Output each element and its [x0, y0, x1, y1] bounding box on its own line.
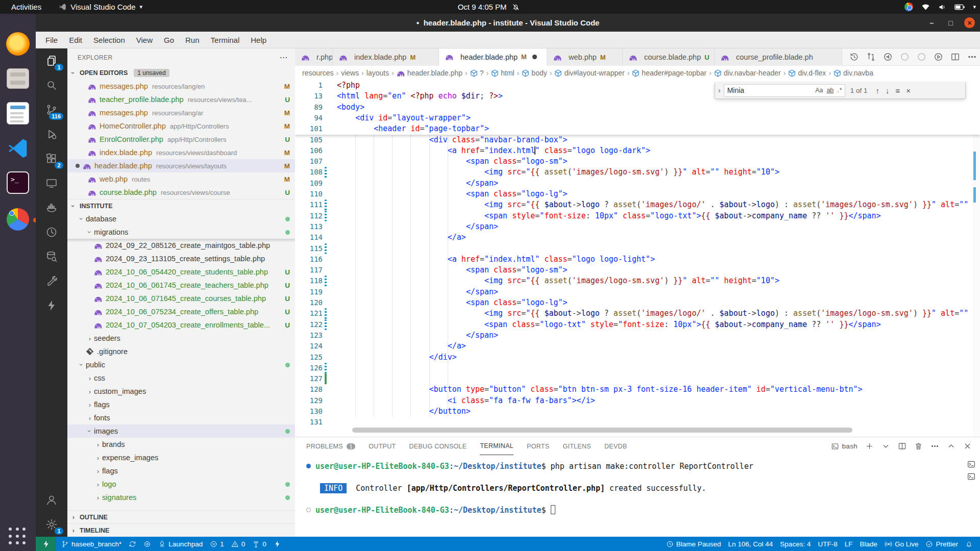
status-sync[interactable]	[129, 540, 136, 548]
status-ln-106--col-44[interactable]: Ln 106, Col 44	[728, 540, 773, 548]
find-close-button[interactable]: ×	[903, 86, 914, 95]
horizontal-scrollbar[interactable]	[352, 428, 852, 433]
activity-account[interactable]	[36, 488, 67, 512]
open-editor-item[interactable]: web.phproutesM	[67, 172, 295, 186]
status-blame-paused[interactable]: Blame Paused	[666, 540, 721, 548]
action-run[interactable]	[934, 52, 943, 62]
os-clock[interactable]: Oct 9 4:05 PM	[458, 3, 520, 11]
panel-tab-output[interactable]: OUTPUT	[369, 437, 396, 455]
status-utf-8[interactable]: UTF-8	[818, 540, 837, 548]
breadcrumb-item[interactable]: div.navba	[834, 69, 873, 77]
action-more[interactable]	[967, 52, 977, 62]
tree-item-public[interactable]: ›public	[67, 358, 295, 371]
panel-tab-terminal[interactable]: TERMINAL	[480, 437, 513, 455]
activity-files[interactable]: 1	[36, 48, 67, 73]
breadcrumb-item[interactable]: header#page-topbar	[632, 69, 706, 77]
status-0[interactable]: 0	[231, 540, 246, 548]
tray-chrome-icon[interactable]	[904, 3, 913, 11]
status-prettier[interactable]: Prettier	[925, 540, 958, 548]
activities-button[interactable]: Activities	[7, 2, 45, 12]
status-blade[interactable]: Blade	[860, 540, 877, 548]
breadcrumb-item[interactable]: layouts	[366, 69, 389, 77]
tree-item-css[interactable]: ›css	[67, 371, 295, 385]
dock-chrome[interactable]	[5, 206, 31, 233]
terminal[interactable]: user@user-HP-EliteBook-840-G3:~/Desktop/…	[306, 460, 960, 535]
tree-item-2024-10-07-054203-create-enrollments-table---[interactable]: 2024_10_07_054203_create_enrollments_tab…	[67, 318, 295, 332]
show-apps-button[interactable]	[9, 528, 27, 546]
menu-go[interactable]: Go	[159, 34, 179, 46]
tree-item-2024-09-23-113105-create-settings-table-php[interactable]: 2024_09_23_113105_create_settings_table.…	[67, 252, 295, 265]
panel-tab-ports[interactable]: PORTS	[527, 437, 549, 455]
open-editor-item[interactable]: course.blade.phpresources/views/courseU	[67, 186, 295, 199]
find-prev-button[interactable]: ↑	[872, 86, 883, 95]
activity-gear[interactable]: 1	[36, 512, 67, 537]
breadcrumb-item[interactable]: div#layout-wrapper	[554, 69, 624, 77]
panel-action-more[interactable]	[930, 442, 939, 450]
tree-item-logo[interactable]: ›logo	[67, 478, 295, 491]
action-split[interactable]	[950, 52, 960, 62]
app-menu[interactable]: Visual Studio Code ▾	[59, 3, 142, 11]
panel-action-chevron-up[interactable]	[947, 442, 955, 450]
tree-item-expense-images[interactable]: ›expense_images	[67, 451, 295, 464]
open-editor-item[interactable]: messages.phpresources/lang/arM	[67, 106, 295, 119]
terminal-tabs-list[interactable]	[967, 460, 976, 481]
tree-item-flags[interactable]: ›flags	[67, 464, 295, 478]
tab-index-blade-php[interactable]: index.blade.phpM	[333, 48, 439, 66]
dock-terminal[interactable]: >_	[5, 169, 31, 196]
menu-selection[interactable]: Selection	[89, 34, 130, 46]
tree-item-fonts[interactable]: ›fonts	[67, 411, 295, 424]
breadcrumb-item[interactable]: views	[341, 69, 359, 77]
maximize-button[interactable]: □	[945, 17, 956, 28]
tab-header-blade-php[interactable]: header.blade.phpM	[439, 48, 547, 66]
tree-item-seeders[interactable]: ›seeders	[67, 332, 295, 345]
regex-toggle[interactable]: .*	[837, 87, 842, 94]
panel-action-trash[interactable]	[914, 442, 923, 450]
tree-item--gitignore[interactable]: .gitignore	[67, 345, 295, 358]
tab-course-blade-php[interactable]: course.blade.phpU	[623, 48, 715, 66]
tree-item-migrations[interactable]: ›migrations	[67, 226, 295, 239]
breadcrumb-item[interactable]: header.blade.php	[397, 69, 462, 77]
tree-item-custom-images[interactable]: ›custom_images	[67, 385, 295, 398]
tree-item-brands[interactable]: ›brands	[67, 438, 295, 451]
activity-docker[interactable]	[36, 195, 67, 220]
status-launchpad[interactable]: Launchpad	[158, 540, 203, 548]
status-0[interactable]: 0	[252, 540, 266, 548]
tree-item-images[interactable]: ›images	[67, 424, 295, 438]
status-bell[interactable]	[965, 540, 973, 548]
status-spaces--4[interactable]: Spaces: 4	[780, 540, 811, 548]
breadcrumb-item[interactable]: body	[522, 69, 547, 77]
action-compare[interactable]	[866, 52, 876, 62]
status-1[interactable]: 1	[210, 540, 224, 548]
tree-item-flags[interactable]: ›flags	[67, 398, 295, 411]
status-haseeb-branch-[interactable]: haseeb_branch*	[61, 540, 121, 548]
activity-search[interactable]	[36, 73, 67, 97]
tree-item-2024-10-06-071645-create-courses-table-php[interactable]: 2024_10_06_071645_create_courses_table.p…	[67, 292, 295, 305]
tab-web-php[interactable]: web.phpM	[547, 48, 623, 66]
breadcrumb-item[interactable]: div.navbar-header	[714, 69, 781, 77]
tree-item-2024-09-22-085126-create-maintgos-table-php[interactable]: 2024_09_22_085126_create_maintgos_table.…	[67, 239, 295, 252]
activity-source-control[interactable]: 116	[36, 97, 67, 122]
panel-tab-gitlens[interactable]: GITLENS	[562, 437, 591, 455]
action-nav-fwd[interactable]	[917, 52, 926, 62]
section-timeline[interactable]: ›TIMELINE	[67, 523, 295, 537]
find-expand-chevron[interactable]: ›	[715, 86, 724, 94]
open-editor-item[interactable]: header.blade.phpresources/views/layoutsM	[67, 159, 295, 172]
open-editor-item[interactable]: HomeController.phpapp/Http/ControllersM	[67, 119, 295, 133]
project-section-header[interactable]: › INSTITUTE	[67, 199, 295, 212]
find-input[interactable]: Minia Aa ab .*	[724, 84, 845, 97]
terminal-shell-label[interactable]: bash	[831, 442, 857, 450]
menu-terminal[interactable]: Terminal	[206, 34, 244, 46]
activity-clock[interactable]	[36, 220, 67, 244]
activity-tools[interactable]	[36, 269, 67, 293]
breadcrumb-item[interactable]: div.d-flex	[788, 69, 826, 77]
dock-vscode[interactable]	[5, 135, 31, 161]
tree-item-2024-10-06-075234-create-offers-table-php[interactable]: 2024_10_06_075234_create_offers_table.ph…	[67, 305, 295, 318]
code-editor[interactable]: 105 <div class="navbar-brand-box">106 <a…	[295, 80, 980, 437]
tree-item-database[interactable]: ›database	[67, 212, 295, 226]
menu-help[interactable]: Help	[246, 34, 271, 46]
system-tray[interactable]: ▾	[904, 3, 976, 11]
open-editor-item[interactable]: messages.phpresources/lang/enM	[67, 80, 295, 93]
panel-tab-problems[interactable]: PROBLEMS1	[306, 437, 355, 455]
close-button[interactable]: ×	[964, 17, 975, 28]
action-history[interactable]	[849, 52, 859, 62]
